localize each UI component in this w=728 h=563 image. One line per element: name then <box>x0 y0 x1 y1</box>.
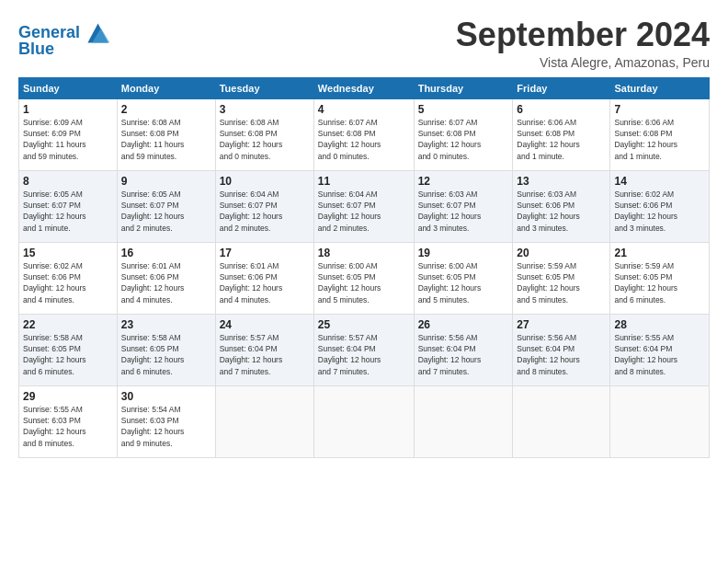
day-number: 21 <box>614 247 705 259</box>
day-number: 2 <box>121 103 211 116</box>
day-cell: 26Sunrise: 5:56 AMSunset: 6:04 PMDayligh… <box>414 314 513 385</box>
day-number: 10 <box>220 175 310 188</box>
day-info: Sunrise: 5:55 AMSunset: 6:03 PMDaylight:… <box>23 404 113 449</box>
day-number: 9 <box>121 175 211 188</box>
day-info: Sunrise: 6:08 AMSunset: 6:08 PMDaylight:… <box>220 117 310 162</box>
day-info: Sunrise: 6:06 AMSunset: 6:08 PMDaylight:… <box>614 117 705 162</box>
header-row: Sunday Monday Tuesday Wednesday Thursday… <box>19 77 710 98</box>
day-cell: 11Sunrise: 6:04 AMSunset: 6:07 PMDayligh… <box>313 170 414 242</box>
day-cell <box>313 385 414 457</box>
day-info: Sunrise: 5:56 AMSunset: 6:04 PMDaylight:… <box>517 332 606 377</box>
day-number: 3 <box>220 103 310 116</box>
day-number: 12 <box>418 175 509 188</box>
col-tuesday: Tuesday <box>215 77 313 98</box>
day-info: Sunrise: 5:56 AMSunset: 6:04 PMDaylight:… <box>418 332 509 377</box>
day-cell: 7Sunrise: 6:06 AMSunset: 6:08 PMDaylight… <box>610 98 710 170</box>
day-info: Sunrise: 5:59 AMSunset: 6:05 PMDaylight:… <box>517 260 606 305</box>
day-cell: 21Sunrise: 5:59 AMSunset: 6:05 PMDayligh… <box>610 242 710 314</box>
day-cell <box>513 385 610 457</box>
day-info: Sunrise: 5:55 AMSunset: 6:04 PMDaylight:… <box>614 332 705 377</box>
day-number: 17 <box>220 247 310 259</box>
day-number: 22 <box>23 318 113 331</box>
day-info: Sunrise: 5:54 AMSunset: 6:03 PMDaylight:… <box>121 404 211 449</box>
day-number: 7 <box>614 103 705 116</box>
subtitle: Vista Alegre, Amazonas, Peru <box>456 55 710 70</box>
col-sunday: Sunday <box>19 77 118 98</box>
day-number: 5 <box>418 103 509 116</box>
day-cell: 1Sunrise: 6:09 AMSunset: 6:09 PMDaylight… <box>19 98 118 170</box>
day-cell: 3Sunrise: 6:08 AMSunset: 6:08 PMDaylight… <box>215 98 313 170</box>
day-cell: 15Sunrise: 6:02 AMSunset: 6:06 PMDayligh… <box>19 242 118 314</box>
day-number: 6 <box>517 103 606 116</box>
day-cell: 19Sunrise: 6:00 AMSunset: 6:05 PMDayligh… <box>414 242 513 314</box>
day-number: 29 <box>23 390 113 403</box>
day-info: Sunrise: 6:02 AMSunset: 6:06 PMDaylight:… <box>23 260 113 305</box>
day-number: 20 <box>517 247 606 259</box>
day-cell: 24Sunrise: 5:57 AMSunset: 6:04 PMDayligh… <box>215 314 313 385</box>
day-info: Sunrise: 6:00 AMSunset: 6:05 PMDaylight:… <box>318 260 410 305</box>
day-number: 18 <box>318 247 410 259</box>
day-cell: 17Sunrise: 6:01 AMSunset: 6:06 PMDayligh… <box>215 242 313 314</box>
day-info: Sunrise: 6:00 AMSunset: 6:05 PMDaylight:… <box>418 260 509 305</box>
day-cell <box>215 385 313 457</box>
col-monday: Monday <box>117 77 215 98</box>
day-cell: 8Sunrise: 6:05 AMSunset: 6:07 PMDaylight… <box>19 170 118 242</box>
day-cell: 16Sunrise: 6:01 AMSunset: 6:06 PMDayligh… <box>117 242 215 314</box>
day-number: 15 <box>23 247 113 259</box>
week-row-2: 8Sunrise: 6:05 AMSunset: 6:07 PMDaylight… <box>19 170 710 242</box>
day-cell: 5Sunrise: 6:07 AMSunset: 6:08 PMDaylight… <box>414 98 513 170</box>
day-number: 28 <box>614 318 705 331</box>
day-cell: 30Sunrise: 5:54 AMSunset: 6:03 PMDayligh… <box>117 385 215 457</box>
logo: General Blue <box>18 20 111 59</box>
day-cell: 27Sunrise: 5:56 AMSunset: 6:04 PMDayligh… <box>513 314 610 385</box>
page: General Blue September 2024 Vista Alegre… <box>0 0 728 563</box>
header: General Blue September 2024 Vista Alegre… <box>18 17 710 70</box>
day-number: 27 <box>517 318 606 331</box>
day-cell: 20Sunrise: 5:59 AMSunset: 6:05 PMDayligh… <box>513 242 610 314</box>
calendar: Sunday Monday Tuesday Wednesday Thursday… <box>18 77 710 458</box>
day-number: 24 <box>220 318 310 331</box>
day-cell: 18Sunrise: 6:00 AMSunset: 6:05 PMDayligh… <box>313 242 414 314</box>
day-info: Sunrise: 6:02 AMSunset: 6:06 PMDaylight:… <box>614 189 705 234</box>
day-cell: 25Sunrise: 5:57 AMSunset: 6:04 PMDayligh… <box>313 314 414 385</box>
day-cell: 23Sunrise: 5:58 AMSunset: 6:05 PMDayligh… <box>117 314 215 385</box>
day-info: Sunrise: 6:03 AMSunset: 6:06 PMDaylight:… <box>517 189 606 234</box>
day-info: Sunrise: 6:01 AMSunset: 6:06 PMDaylight:… <box>220 260 310 305</box>
col-thursday: Thursday <box>414 77 513 98</box>
col-wednesday: Wednesday <box>313 77 414 98</box>
week-row-5: 29Sunrise: 5:55 AMSunset: 6:03 PMDayligh… <box>19 385 710 457</box>
day-cell <box>414 385 513 457</box>
day-info: Sunrise: 5:57 AMSunset: 6:04 PMDaylight:… <box>220 332 310 377</box>
day-info: Sunrise: 6:05 AMSunset: 6:07 PMDaylight:… <box>23 189 113 234</box>
day-cell: 29Sunrise: 5:55 AMSunset: 6:03 PMDayligh… <box>19 385 118 457</box>
day-number: 14 <box>614 175 705 188</box>
day-cell: 12Sunrise: 6:03 AMSunset: 6:07 PMDayligh… <box>414 170 513 242</box>
day-number: 26 <box>418 318 509 331</box>
day-info: Sunrise: 5:58 AMSunset: 6:05 PMDaylight:… <box>23 332 113 377</box>
day-number: 23 <box>121 318 211 331</box>
day-number: 25 <box>318 318 410 331</box>
day-info: Sunrise: 6:09 AMSunset: 6:09 PMDaylight:… <box>23 117 113 162</box>
col-friday: Friday <box>513 77 610 98</box>
logo-icon <box>82 20 111 46</box>
col-saturday: Saturday <box>610 77 710 98</box>
day-cell: 9Sunrise: 6:05 AMSunset: 6:07 PMDaylight… <box>117 170 215 242</box>
day-info: Sunrise: 6:03 AMSunset: 6:07 PMDaylight:… <box>418 189 509 234</box>
title-block: September 2024 Vista Alegre, Amazonas, P… <box>456 17 710 70</box>
day-info: Sunrise: 6:07 AMSunset: 6:08 PMDaylight:… <box>318 117 410 162</box>
day-info: Sunrise: 6:06 AMSunset: 6:08 PMDaylight:… <box>517 117 606 162</box>
day-info: Sunrise: 6:04 AMSunset: 6:07 PMDaylight:… <box>318 189 410 234</box>
week-row-3: 15Sunrise: 6:02 AMSunset: 6:06 PMDayligh… <box>19 242 710 314</box>
day-info: Sunrise: 6:05 AMSunset: 6:07 PMDaylight:… <box>121 189 211 234</box>
day-number: 8 <box>23 175 113 188</box>
day-info: Sunrise: 6:08 AMSunset: 6:08 PMDaylight:… <box>121 117 211 162</box>
day-cell: 10Sunrise: 6:04 AMSunset: 6:07 PMDayligh… <box>215 170 313 242</box>
day-number: 11 <box>318 175 410 188</box>
day-number: 16 <box>121 247 211 259</box>
day-cell: 22Sunrise: 5:58 AMSunset: 6:05 PMDayligh… <box>19 314 118 385</box>
day-cell: 4Sunrise: 6:07 AMSunset: 6:08 PMDaylight… <box>313 98 414 170</box>
day-cell: 28Sunrise: 5:55 AMSunset: 6:04 PMDayligh… <box>610 314 710 385</box>
day-cell: 14Sunrise: 6:02 AMSunset: 6:06 PMDayligh… <box>610 170 710 242</box>
week-row-4: 22Sunrise: 5:58 AMSunset: 6:05 PMDayligh… <box>19 314 710 385</box>
day-cell: 2Sunrise: 6:08 AMSunset: 6:08 PMDaylight… <box>117 98 215 170</box>
